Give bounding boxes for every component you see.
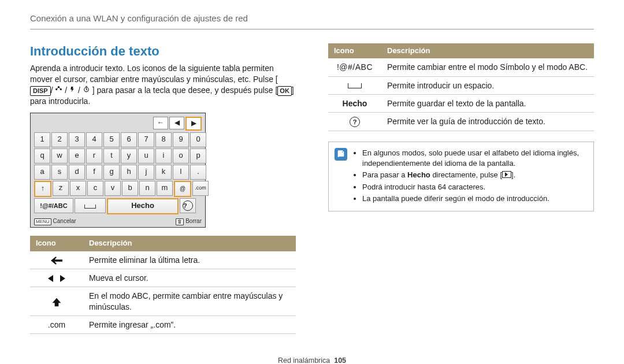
icon-com: .com xyxy=(30,315,83,333)
kbd-key: u xyxy=(138,148,154,164)
icon-help: ? xyxy=(328,112,381,131)
icon-table-right: Icono Descripción !@#/ABC Permite cambia… xyxy=(328,43,594,131)
icon-space xyxy=(328,76,381,94)
kbd-key: t xyxy=(103,148,120,164)
th-descripcion: Descripción xyxy=(83,236,296,251)
timer-icon xyxy=(80,86,92,95)
note-bold: Hecho xyxy=(407,170,430,179)
th-descripcion: Descripción xyxy=(381,43,594,59)
kbd-key: r xyxy=(86,148,102,164)
kbd-key: 7 xyxy=(138,132,154,147)
icon-table-left: Icono Descripción Permite eliminar la úl… xyxy=(30,236,296,334)
kbd-key: i xyxy=(155,148,172,164)
kbd-key: . xyxy=(190,165,206,180)
intro-line2: ] para pasar a la tecla que desee, y des… xyxy=(92,86,278,95)
trash-button-icon: 🗑 xyxy=(176,218,184,225)
kbd-key: v xyxy=(105,181,121,196)
note-item: En algunos modos, solo puede usar el alf… xyxy=(362,148,586,169)
kbd-key: o xyxy=(173,148,189,164)
section-title: Introducción de texto xyxy=(30,43,296,60)
kbd-cursor-left: ◀ xyxy=(169,117,184,129)
kbd-backspace: ← xyxy=(153,117,168,129)
intro-paragraph: Aprenda a introducir texto. Los iconos d… xyxy=(30,63,296,107)
breadcrumb: Conexión a una WLAN y configuración de a… xyxy=(30,13,594,24)
hr-top xyxy=(30,29,594,29)
note-item: Para pasar a Hecho directamente, pulse [… xyxy=(362,170,586,180)
kbd-key: x xyxy=(70,181,86,196)
desc-cell: Mueva el cursor. xyxy=(83,269,296,287)
note-item: Podrá introducir hasta 64 caracteres. xyxy=(362,182,586,192)
kbd-key: s xyxy=(51,165,68,180)
icon-backspace xyxy=(30,251,83,269)
kbd-shift: ↑ xyxy=(34,181,51,197)
kbd-com: .com xyxy=(192,181,209,196)
kbd-cursor-right: ▶ xyxy=(185,117,202,131)
kbd-key: 5 xyxy=(103,132,120,147)
kbd-key: a xyxy=(34,165,50,180)
kbd-key: c xyxy=(87,181,103,196)
kbd-key: m xyxy=(157,181,173,196)
page-footer: Red inalámbrica 105 xyxy=(30,356,594,364)
kbd-key: d xyxy=(69,165,85,180)
kbd-key: y xyxy=(121,148,137,164)
kbd-key: 9 xyxy=(173,132,189,147)
kbd-key: f xyxy=(86,165,102,180)
kbd-key: h xyxy=(121,165,137,180)
kbd-key: q xyxy=(34,148,50,164)
kbd-mode: !@#/ABC xyxy=(34,198,73,213)
icon-hecho: Hecho xyxy=(328,94,381,112)
kbd-key: n xyxy=(139,181,155,196)
kbd-space xyxy=(75,198,106,213)
kbd-key: k xyxy=(155,165,172,180)
kbd-key: e xyxy=(69,148,85,164)
flash-icon xyxy=(67,86,78,95)
note-icon xyxy=(335,148,347,161)
macro-icon xyxy=(53,86,65,95)
kbd-key: j xyxy=(138,165,154,180)
kbd-key: 1 xyxy=(34,132,50,147)
kbd-key: 3 xyxy=(69,132,85,147)
kbd-key: 8 xyxy=(155,132,172,147)
desc-cell: Permite guardar el texto de la pantalla. xyxy=(381,94,594,112)
icon-mode-abc: !@#/ABC xyxy=(328,58,381,76)
kbd-footer-right: 🗑Borrar xyxy=(176,217,202,225)
desc-cell: Permite cambiar entre el modo Símbolo y … xyxy=(381,58,594,76)
intro-sep1: / xyxy=(51,86,53,95)
kbd-key: w xyxy=(51,148,68,164)
menu-button-icon: MENU xyxy=(34,218,51,225)
keyboard-illustration: ← ◀ ▶ 1 2 3 4 5 6 7 8 9 0 q xyxy=(30,113,206,228)
kbd-key: g xyxy=(103,165,120,180)
kbd-key: p xyxy=(190,148,206,164)
desc-cell: En el modo ABC, permite cambiar entre ma… xyxy=(83,287,296,315)
note-box: En algunos modos, solo puede usar el alf… xyxy=(328,142,594,211)
intro-line1: Aprenda a introducir texto. Los iconos d… xyxy=(30,64,278,84)
desc-cell: Permite introducir un espacio. xyxy=(381,76,594,94)
kbd-footer-left: MENUCancelar xyxy=(34,217,76,225)
kbd-hecho: Hecho xyxy=(107,198,179,214)
disp-icon: DISP xyxy=(30,86,51,96)
footer-section: Red inalámbrica xyxy=(278,356,330,364)
th-icono: Icono xyxy=(328,43,381,59)
kbd-key: l xyxy=(173,165,189,180)
desc-cell: Permite ver la guía de introducción de t… xyxy=(381,112,594,131)
desc-cell: Permite eliminar la última letra. xyxy=(83,251,296,269)
kbd-help: ? xyxy=(180,198,196,213)
th-icono: Icono xyxy=(30,236,83,251)
kbd-key: b xyxy=(122,181,138,196)
note-item: La pantalla puede diferir según el modo … xyxy=(362,194,586,204)
play-button-icon xyxy=(502,171,511,178)
kbd-key: 2 xyxy=(51,132,68,147)
kbd-key: 0 xyxy=(190,132,206,147)
footer-page-number: 105 xyxy=(334,356,346,364)
kbd-at: @ xyxy=(174,181,191,197)
desc-cell: Permite ingresar „.com”. xyxy=(83,315,296,333)
ok-icon: OK xyxy=(277,86,292,96)
kbd-key: 4 xyxy=(86,132,102,147)
kbd-key: 6 xyxy=(121,132,137,147)
kbd-key: z xyxy=(53,181,69,196)
icon-cursor-lr xyxy=(30,269,83,287)
icon-shift xyxy=(30,287,83,315)
